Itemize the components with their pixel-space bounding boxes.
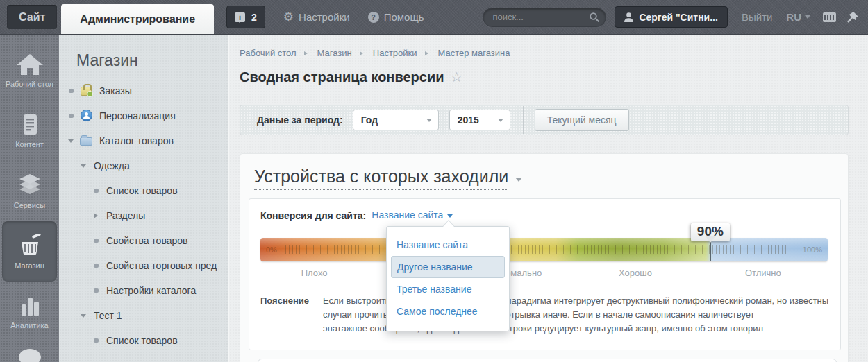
rail-item-shop[interactable]: Магазин [2, 221, 57, 282]
search-box [483, 8, 606, 27]
page-title: Сводная страница конверсии [240, 69, 444, 85]
folder-icon [80, 135, 94, 147]
menu-item-product-properties[interactable]: Свойства товаров [59, 228, 228, 253]
bullet-icon [91, 264, 101, 268]
search-icon[interactable] [589, 12, 600, 23]
user-name: Сергей "Ситни... [639, 12, 718, 23]
breadcrumb-link-settings[interactable]: Настройки [373, 48, 417, 58]
help-label: Помощь [384, 11, 424, 23]
zone-label-excellent: Отлично [745, 268, 781, 278]
current-month-button[interactable]: Текущий месяц [535, 109, 629, 131]
rail-item-marketplace-partial[interactable] [0, 342, 59, 362]
conversion-card: Конверсия для сайта: Название сайта 0% 1… [249, 198, 841, 350]
breadcrumb-separator-icon [304, 51, 310, 55]
site-selector-link[interactable]: Название сайта [372, 209, 443, 221]
breadcrumb-separator-icon [425, 51, 431, 55]
document-icon [16, 114, 44, 136]
scale-max-label: 100% [803, 245, 822, 254]
language-label: RU [786, 11, 801, 23]
year-select-value: 2015 [458, 114, 479, 126]
personalization-icon [80, 110, 94, 122]
filter-label: Даные за период: [257, 114, 343, 126]
scale-min-label: 0% [266, 245, 277, 254]
rail-label: Контент [15, 140, 44, 148]
user-menu[interactable]: Сергей "Ситни... [615, 6, 728, 28]
breadcrumb-link-shop[interactable]: Магазин [317, 48, 352, 58]
dropdown-item-other-name[interactable]: Другое название [391, 256, 505, 278]
layers-icon [16, 173, 44, 197]
rail-item-services[interactable]: Сервисы [0, 161, 59, 221]
breadcrumb-link-desktop[interactable]: Рабочий стол [240, 48, 297, 58]
menu-label: Список товаров [106, 335, 178, 346]
expanded-arrow-icon[interactable] [66, 136, 76, 146]
menu-item-personalization[interactable]: Персонализация [59, 103, 228, 128]
chevron-down-icon [498, 119, 503, 125]
breadcrumb-link-wizard[interactable]: Мастер магазина [438, 48, 510, 58]
bullet-icon [91, 338, 101, 343]
menu-item-orders[interactable]: Заказы [59, 78, 228, 103]
expanded-arrow-icon[interactable] [78, 311, 88, 320]
menu-item-catalog-settings[interactable]: Настройки каталога [59, 278, 228, 303]
rail-item-content[interactable]: Контент [0, 101, 59, 161]
question-icon: ? [368, 12, 379, 23]
scale-zone-labels: Плохо Нормально Хорошо Отлично [260, 268, 828, 279]
menu-item-product-list[interactable]: Список товаров [59, 178, 228, 203]
conversion-scale: 0% 100% 90% [260, 238, 828, 261]
chevron-down-icon [426, 119, 432, 125]
search-input[interactable] [483, 8, 606, 27]
settings-button[interactable]: ⚙ Настройки [283, 11, 350, 23]
dropdown-item-site-name[interactable]: Название сайта [387, 234, 509, 256]
breadcrumb-separator-icon [360, 51, 365, 55]
menu-item-sections[interactable]: Разделы [59, 203, 228, 228]
explanation-block: Пояснение Если выстроить в ряд случаи, т… [260, 294, 828, 336]
conversion-label: Конверсия для сайта: [260, 210, 366, 221]
chevron-down-icon[interactable] [515, 178, 522, 185]
pin-icon[interactable] [847, 12, 858, 23]
period-select-value: Год [361, 114, 378, 126]
menu-item-clothes[interactable]: Одежда [59, 153, 228, 178]
bullet-icon [91, 189, 101, 193]
menu-item-offer-properties[interactable]: Свойства торговых пред [59, 253, 228, 278]
period-filter-bar: Даные за период: Год 2015 Текущий месяц [240, 105, 849, 135]
rail-item-analytics[interactable]: Аналитика [0, 282, 59, 342]
admin-app: Сайт Администрирование i 2 ⚙ Настройки ?… [0, 0, 868, 362]
bar-chart-icon [16, 295, 44, 317]
conversion-row: Конверсия для сайта: Название сайта [260, 209, 828, 221]
shop-menu: Магазин Заказы Персонализация Каталог то… [59, 35, 229, 362]
menu-label: Свойства товаров [106, 235, 187, 246]
menu-label: Разделы [106, 210, 145, 221]
dropdown-item-last-name[interactable]: Самое последнее [387, 300, 509, 322]
tab-site[interactable]: Сайт [7, 5, 57, 29]
bullet-icon [91, 239, 101, 243]
menu-item-catalog[interactable]: Каталог товаров [59, 128, 228, 153]
menu-label: Каталог товаров [99, 135, 174, 146]
basket-icon [16, 234, 44, 257]
site-selector-dropdown: Название сайта Другое название Третье на… [386, 226, 510, 331]
section-heading[interactable]: Устройства с которых заходили [254, 166, 508, 190]
breadcrumb: Рабочий стол Магазин Настройки Мастер ма… [240, 47, 868, 59]
menu-list: Заказы Персонализация Каталог товаров Од… [59, 78, 228, 353]
notifications-button[interactable]: i 2 [226, 6, 265, 28]
tab-admin-active[interactable]: Администрирование [61, 4, 214, 34]
cloud-icon [15, 342, 45, 362]
info-bubble-icon: i [235, 12, 245, 22]
menu-title: Магазин [76, 51, 228, 70]
bullet-icon [66, 89, 76, 93]
period-select[interactable]: Год [353, 110, 439, 130]
module-rail: Рабочий стол Контент Сервисы [0, 35, 59, 362]
keyboard-icon[interactable] [823, 12, 836, 22]
dropdown-item-third-name[interactable]: Третье название [387, 278, 509, 300]
logout-link[interactable]: Выйти [742, 11, 772, 23]
expanded-arrow-icon[interactable] [78, 161, 88, 171]
year-select[interactable]: 2015 [449, 110, 510, 130]
notifications-count: 2 [251, 12, 257, 23]
language-switcher[interactable]: RU [786, 11, 810, 23]
star-icon[interactable]: ☆ [451, 70, 463, 84]
menu-item-test1[interactable]: Тест 1 [59, 303, 228, 328]
menu-item-product-list-2[interactable]: Список товаров [59, 328, 228, 353]
menu-label: Тест 1 [94, 310, 122, 321]
collapsed-arrow-icon[interactable] [91, 213, 101, 218]
rail-item-desktop[interactable]: Рабочий стол [0, 40, 59, 101]
settings-label: Настройки [299, 11, 350, 23]
help-button[interactable]: ? Помощь [368, 11, 424, 23]
